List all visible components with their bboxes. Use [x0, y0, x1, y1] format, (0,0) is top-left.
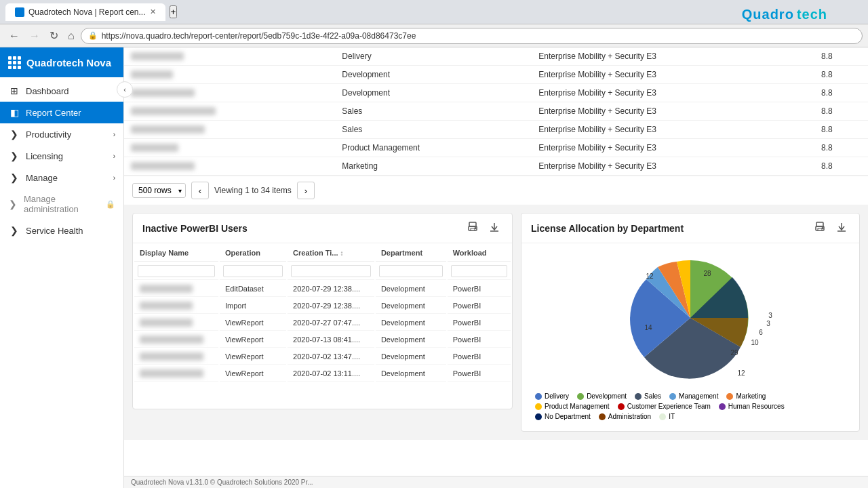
user-name-cell[interactable]: ██████████ [134, 281, 218, 297]
department-cell: Development [335, 84, 532, 102]
pagination-info: Viewing 1 to 34 items [214, 186, 292, 195]
favicon [15, 7, 24, 17]
legend-label: Marketing [736, 392, 766, 400]
column-header: Operation [220, 245, 286, 262]
workload-cell: PowerBI [448, 332, 511, 348]
department-cell: Development [376, 281, 446, 297]
user-name-cell: █████████ [124, 139, 335, 157]
filter-row [134, 263, 511, 280]
creation-time-cell: 2020-07-02 13:47.... [288, 349, 374, 365]
service-health-icon: ❯ [8, 225, 20, 236]
sidebar-item-service-health[interactable]: ❯ Service Health [0, 220, 123, 241]
table-row: ██████████ ViewReport 2020-07-27 07:47..… [134, 315, 511, 331]
svg-rect-8 [818, 228, 822, 230]
sidebar: Quadrotech Nova ‹ ⊞ Dashboard ◧ Report C… [0, 47, 124, 488]
pie-legend: Delivery Development Sales Management Ma… [528, 388, 852, 424]
sidebar-item-label: Productivity [26, 129, 71, 140]
sidebar-item-dashboard[interactable]: ⊞ Dashboard [0, 80, 123, 102]
back-button[interactable]: ← [5, 28, 23, 43]
legend-color-dot [726, 393, 733, 400]
column-filter-input[interactable] [291, 265, 371, 277]
status-bar: Quadrotech Nova v1.31.0 © Quadrotech Sol… [124, 476, 868, 488]
forward-button[interactable]: → [26, 28, 43, 43]
sidebar-item-label: Manage [26, 173, 58, 183]
sidebar-collapse-button[interactable]: ‹ [117, 81, 133, 98]
user-name-cell[interactable]: ████████████ [134, 349, 218, 365]
column-filter-input[interactable] [379, 265, 443, 277]
top-table-section: ██████████ Delivery Enterprise Mobility … [124, 47, 868, 205]
svg-text:29: 29 [730, 349, 738, 357]
svg-text:14: 14 [644, 324, 652, 331]
dashboard-icon: ⊞ [8, 85, 20, 96]
svg-point-3 [475, 228, 476, 229]
user-name-cell[interactable]: ████████████ [134, 332, 218, 348]
sidebar-item-manage-administration[interactable]: ❯ Manage administration 🔒 [0, 188, 123, 220]
legend-item: IT [659, 413, 675, 420]
legend-label: Development [587, 392, 627, 400]
column-filter-input[interactable] [223, 265, 283, 277]
table-row: █████████ Product Management Enterprise … [124, 139, 868, 157]
sidebar-item-manage[interactable]: ❯ Manage › [0, 167, 123, 188]
user-name-cell: ████████████ [124, 157, 335, 176]
download-button[interactable] [486, 220, 502, 236]
workload-cell: PowerBI [448, 281, 511, 297]
user-name-cell[interactable]: ████████████ [134, 366, 218, 382]
legend-color-dot [577, 393, 584, 400]
department-cell: Development [376, 349, 446, 365]
status-text: Quadrotech Nova v1.31.0 © Quadrotech Sol… [131, 479, 313, 486]
lock-icon: 🔒 [88, 31, 98, 40]
user-name-cell[interactable]: ██████████ [134, 298, 218, 314]
sidebar-item-label: Service Health [26, 226, 83, 236]
rows-per-page-select-wrap[interactable]: 500 rows 100 rows 50 rows 25 rows [132, 183, 186, 198]
sidebar-item-productivity[interactable]: ❯ Productivity › [0, 123, 123, 145]
productivity-icon: ❯ [8, 129, 20, 140]
license-cell: Enterprise Mobility + Security E3 [532, 102, 814, 121]
license-cell: Enterprise Mobility + Security E3 [532, 139, 814, 157]
workload-cell: PowerBI [448, 315, 511, 331]
sidebar-item-report-center[interactable]: ◧ Report Center [0, 102, 123, 123]
legend-item: Delivery [535, 392, 569, 400]
home-button[interactable]: ⌂ [64, 28, 78, 43]
legend-color-dot [618, 403, 625, 410]
column-filter-input[interactable] [451, 265, 507, 277]
print-pie-button[interactable] [812, 220, 828, 236]
svg-text:12: 12 [737, 369, 745, 377]
license-allocation-title: License Allocation by Department [531, 223, 806, 234]
sidebar-item-licensing[interactable]: ❯ Licensing › [0, 145, 123, 167]
legend-label: IT [669, 413, 675, 420]
inactive-powerbi-title: Inactive PowerBI Users [142, 223, 459, 234]
sidebar-header: Quadrotech Nova [0, 47, 123, 77]
column-header: Workload [448, 245, 511, 262]
table-row: ██████████ EditDataset 2020-07-29 12:38.… [134, 281, 511, 297]
column-filter-input[interactable] [138, 265, 215, 277]
table-row: ████████████ Development Enterprise Mobi… [124, 84, 868, 102]
rows-per-page-select[interactable]: 500 rows 100 rows 50 rows 25 rows [132, 183, 186, 198]
download-pie-button[interactable] [833, 220, 850, 236]
operation-cell: EditDataset [220, 281, 286, 297]
operation-cell: ViewReport [220, 349, 286, 365]
previous-page-button[interactable]: ‹ [191, 182, 209, 199]
operation-cell: ViewReport [220, 366, 286, 382]
version-cell: 8.8 [814, 47, 868, 66]
close-tab-button[interactable]: ✕ [150, 7, 156, 16]
creation-time-cell: 2020-07-02 13:11.... [288, 366, 374, 382]
department-cell: Development [335, 66, 532, 84]
next-page-button[interactable]: › [297, 182, 315, 199]
manage-icon: ❯ [8, 172, 20, 183]
legend-item: Product Management [535, 403, 610, 410]
refresh-button[interactable]: ↻ [46, 28, 62, 43]
print-button[interactable] [465, 220, 481, 236]
licensing-icon: ❯ [8, 150, 20, 161]
address-bar[interactable]: 🔒 https://nova.quadro.tech/report-center… [81, 28, 863, 44]
svg-text:28: 28 [703, 270, 711, 277]
new-tab-button[interactable]: + [170, 5, 178, 18]
table-row: ██████████ Delivery Enterprise Mobility … [124, 47, 868, 66]
creation-time-cell: 2020-07-27 07:47.... [288, 315, 374, 331]
user-name-cell: ██████████████ [124, 121, 335, 139]
user-name-cell[interactable]: ██████████ [134, 315, 218, 331]
url-text: https://nova.quadro.tech/report-center/r… [102, 31, 855, 41]
svg-rect-2 [471, 228, 475, 230]
license-cell: Enterprise Mobility + Security E3 [532, 66, 814, 84]
version-cell: 8.8 [814, 121, 868, 139]
legend-label: No Department [545, 413, 591, 420]
